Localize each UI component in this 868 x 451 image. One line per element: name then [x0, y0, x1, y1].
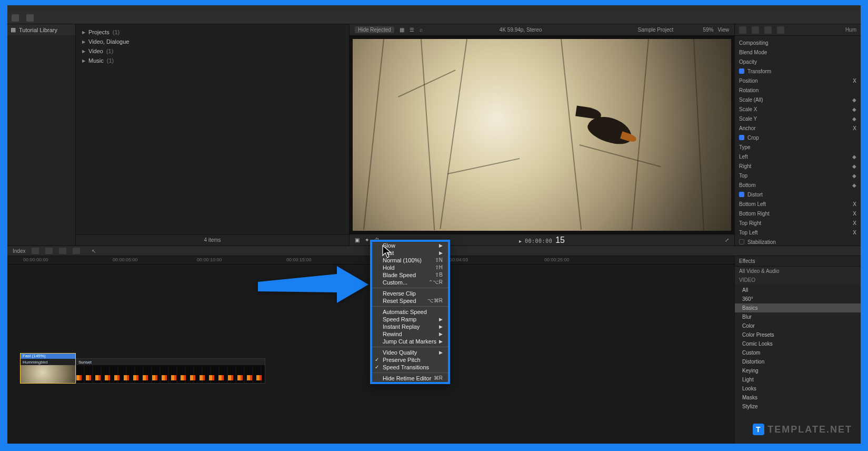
grid-icon[interactable]: ▦: [400, 27, 404, 33]
clip-label: Hummingbird: [23, 360, 48, 365]
index-button[interactable]: Index: [13, 248, 25, 254]
menu-item[interactable]: Reverse Clip: [372, 290, 448, 297]
menu-item[interactable]: Rewind▶: [372, 330, 448, 338]
project-title: Sample Project: [638, 27, 674, 33]
inspector-tab-video[interactable]: [739, 26, 746, 34]
library-icon[interactable]: [12, 14, 19, 22]
tree-row-video-dialogue[interactable]: ▶ Video, Dialogue: [81, 37, 344, 46]
distort-tl-label[interactable]: Top Left: [739, 230, 853, 236]
menu-item[interactable]: Instant Replay▶: [372, 323, 448, 330]
crop-left-label[interactable]: Left: [739, 154, 849, 160]
effects-category-item[interactable]: Masks: [735, 393, 861, 402]
mouse-cursor-icon: [382, 245, 393, 259]
menu-item[interactable]: Preserve Pitch: [372, 356, 448, 364]
play-icon[interactable]: ▸: [519, 238, 522, 244]
library-header[interactable]: ▦ Tutorial Library: [7, 24, 75, 35]
tree-label: Projects: [88, 29, 109, 35]
select-tool-icon[interactable]: ↖: [92, 248, 96, 254]
fullscreen-icon[interactable]: ⤢: [725, 237, 729, 243]
transform-checkbox[interactable]: [739, 68, 744, 74]
search-icon[interactable]: ⌕: [420, 27, 423, 33]
rotation-label[interactable]: Rotation: [739, 87, 856, 93]
distort-bl-label[interactable]: Bottom Left: [739, 201, 853, 207]
effects-video-label: VIDEO: [735, 276, 861, 285]
effects-category-item[interactable]: Looks: [735, 384, 861, 393]
crop-bottom-label[interactable]: Bottom: [739, 182, 849, 188]
menu-item[interactable]: Automatic Speed: [372, 308, 448, 316]
view-menu[interactable]: View: [718, 27, 730, 33]
effects-scope[interactable]: All Video & Audio: [735, 267, 861, 276]
menu-item[interactable]: Blade Speed⇧B: [372, 271, 448, 279]
distort-checkbox[interactable]: [739, 192, 744, 197]
anchor-label[interactable]: Anchor: [739, 125, 853, 131]
scale-y-label[interactable]: Scale Y: [739, 116, 849, 122]
menu-item[interactable]: Reset Speed⌥⌘R: [372, 297, 448, 305]
menu-item[interactable]: Hold⇧H: [372, 264, 448, 271]
stabilization-checkbox[interactable]: [739, 239, 744, 244]
tl-tool-4[interactable]: [73, 248, 80, 254]
crop-right-label[interactable]: Right: [739, 163, 849, 169]
clip-sunset[interactable]: Sunset: [76, 358, 265, 384]
import-icon[interactable]: [26, 14, 34, 22]
effects-category-item[interactable]: Blur: [735, 312, 861, 321]
retime-dropdown[interactable]: Slow▶Fast▶Normal (100%)⇧NHold⇧HBlade Spe…: [370, 240, 450, 384]
menu-item[interactable]: Hide Retime Editor⌘R: [372, 375, 448, 382]
inspector-tab-color[interactable]: [752, 26, 759, 34]
clip-hummingbird[interactable]: Fast (145%) Hummingbird: [20, 353, 76, 384]
tl-tool-1[interactable]: [32, 248, 39, 254]
chevron-right-icon: ▶: [82, 49, 85, 54]
menu-item[interactable]: Custom...⌃⌥R: [372, 279, 448, 286]
tl-tool-2[interactable]: [45, 248, 53, 254]
tree-row-music[interactable]: ▶ Music (1): [81, 56, 344, 65]
retime-bar[interactable]: Fast (145%): [21, 354, 75, 359]
crop-top-label[interactable]: Top: [739, 173, 849, 179]
effects-browser: Effects All Video & Audio VIDEO All360°B…: [734, 256, 861, 444]
menu-item[interactable]: Speed Transitions: [372, 364, 448, 371]
scale-x-label[interactable]: Scale X: [739, 106, 849, 112]
position-label[interactable]: Position: [739, 78, 853, 84]
effects-category-item[interactable]: Light: [735, 375, 861, 384]
effects-category-item[interactable]: Color: [735, 321, 861, 330]
effects-category-item[interactable]: All: [735, 286, 861, 295]
timecode-frame: 15: [555, 236, 565, 245]
effects-category-item[interactable]: 360°: [735, 295, 861, 303]
blend-mode-label[interactable]: Blend Mode: [739, 50, 856, 55]
library-toolbar: [7, 12, 861, 24]
hide-rejected-button[interactable]: Hide Rejected: [355, 26, 394, 33]
opacity-label[interactable]: Opacity: [739, 59, 856, 65]
zoom-value[interactable]: 59%: [703, 27, 713, 33]
crop-tool-icon[interactable]: ▣: [355, 237, 360, 243]
preview-frame: [353, 39, 731, 231]
menu-item[interactable]: Video Quality▶: [372, 349, 448, 356]
distort-tr-label[interactable]: Top Right: [739, 220, 853, 226]
tree-row-video[interactable]: ▶ Video (1): [81, 46, 344, 56]
tree-row-projects[interactable]: ▶ Projects (1): [81, 27, 344, 37]
viewer-canvas[interactable]: [350, 36, 734, 234]
effects-category-item[interactable]: Custom: [735, 348, 861, 357]
chevron-right-icon: ▶: [82, 40, 85, 44]
effects-category-item[interactable]: Comic Looks: [735, 339, 861, 348]
effects-category-item[interactable]: Color Presets: [735, 330, 861, 339]
list-icon[interactable]: ☰: [410, 27, 414, 33]
filmstrip-icon: ▦: [11, 26, 16, 33]
chevron-right-icon: ▶: [82, 30, 85, 35]
effects-category-item[interactable]: Basics: [735, 303, 861, 312]
menu-item[interactable]: Speed Ramp▶: [372, 316, 448, 323]
browser-pane: ▶ Projects (1) ▶ Video, Dialogue ▶ Video…: [76, 24, 350, 246]
inspector-tab-info[interactable]: [777, 26, 784, 34]
tree-count: (1): [113, 29, 119, 35]
tl-tool-3[interactable]: [59, 248, 66, 254]
distort-br-label[interactable]: Bottom Right: [739, 211, 853, 217]
enhance-icon[interactable]: ✦: [365, 237, 369, 243]
effects-category-item[interactable]: Distortion: [735, 357, 861, 366]
chevron-right-icon: ▶: [82, 58, 85, 63]
crop-checkbox[interactable]: [739, 135, 744, 140]
inspector-tab-audio[interactable]: [764, 26, 772, 34]
effects-category-list: All360°BasicsBlurColorColor PresetsComic…: [735, 285, 861, 412]
effects-category-item[interactable]: Keying: [735, 366, 861, 375]
menu-item[interactable]: Jump Cut at Markers▶: [372, 338, 448, 345]
crop-type-label[interactable]: Type: [739, 144, 856, 150]
crop-header: Crop: [747, 135, 856, 141]
effects-category-item[interactable]: Stylize: [735, 402, 861, 411]
scale-all-label[interactable]: Scale (All): [739, 97, 849, 103]
